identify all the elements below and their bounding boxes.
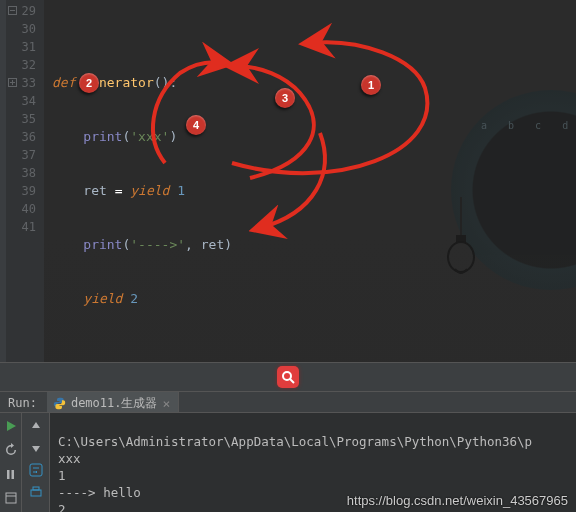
- line-number: 36: [6, 128, 44, 146]
- svg-rect-10: [7, 470, 10, 479]
- code-line: def generator():: [52, 74, 576, 92]
- up-icon[interactable]: [28, 418, 44, 434]
- output-line: ----> hello: [58, 485, 141, 500]
- svg-rect-16: [33, 487, 39, 490]
- svg-rect-15: [31, 490, 41, 496]
- wrap-icon[interactable]: [28, 462, 44, 478]
- watermark-text: https://blog.csdn.net/weixin_43567965: [347, 493, 568, 508]
- print-icon[interactable]: [28, 484, 44, 500]
- close-tab-icon[interactable]: ×: [162, 397, 170, 410]
- line-number: 32: [6, 56, 44, 74]
- lightbulb-decoration: [394, 179, 434, 269]
- line-number-gutter: 29 30 31 32 33 34 35 36 37 38 39 40 41: [6, 0, 44, 392]
- down-icon[interactable]: [28, 440, 44, 456]
- output-line: 1: [58, 468, 66, 483]
- output-line: 2: [58, 502, 66, 512]
- line-number: 39: [6, 182, 44, 200]
- line-number: 31: [6, 38, 44, 56]
- svg-rect-14: [30, 464, 42, 476]
- run-button[interactable]: [3, 418, 19, 434]
- code-editor[interactable]: 29 30 31 32 33 34 35 36 37 38 39 40 41 a…: [0, 0, 576, 392]
- svg-point-7: [448, 242, 474, 272]
- fold-minus-icon[interactable]: [8, 6, 17, 15]
- svg-point-8: [283, 372, 291, 380]
- line-number: 30: [6, 20, 44, 38]
- line-number: 38: [6, 164, 44, 182]
- run-label: Run:: [0, 392, 47, 412]
- output-path: C:\Users\Administrator\AppData\Local\Pro…: [58, 434, 532, 449]
- run-action-rail: [0, 413, 22, 512]
- run-tab-label: demo11.生成器: [71, 395, 158, 412]
- line-number: 35: [6, 110, 44, 128]
- run-secondary-rail: [22, 413, 50, 512]
- rerun-button[interactable]: [3, 442, 19, 458]
- output-line: xxx: [58, 451, 81, 466]
- python-icon: [53, 397, 66, 410]
- line-number: 40: [6, 200, 44, 218]
- stop-button[interactable]: [3, 466, 19, 482]
- svg-line-9: [290, 379, 294, 383]
- run-tabs-bar: Run: demo11.生成器 ×: [0, 392, 576, 413]
- code-line: yield 2: [52, 290, 576, 308]
- find-toolbar: [0, 362, 576, 392]
- line-number: 33: [6, 74, 44, 92]
- search-icon: [281, 370, 295, 384]
- line-number: 29: [6, 2, 44, 20]
- line-number: 37: [6, 146, 44, 164]
- line-number: 34: [6, 92, 44, 110]
- svg-rect-11: [12, 470, 15, 479]
- svg-rect-12: [6, 493, 16, 503]
- code-line: [52, 344, 576, 362]
- line-number: 41: [6, 218, 44, 236]
- search-button[interactable]: [277, 366, 299, 388]
- layout-button[interactable]: [3, 490, 19, 506]
- code-area[interactable]: a b c d e f g h i j k l m n o p q r s t …: [44, 0, 576, 392]
- fold-end-icon[interactable]: [8, 78, 17, 87]
- run-tab[interactable]: demo11.生成器 ×: [47, 392, 179, 412]
